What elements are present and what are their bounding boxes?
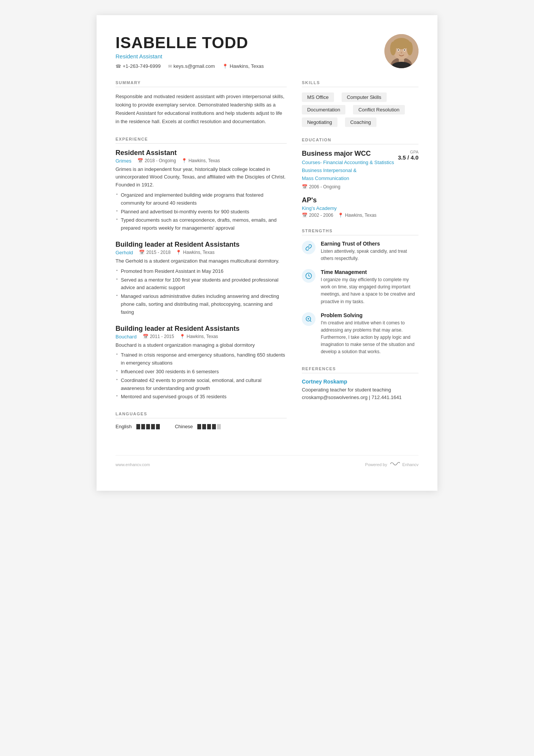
strength-title-1: Time Management: [321, 269, 418, 275]
bullet-item: Managed various administrative duties in…: [116, 293, 287, 316]
location-icon-1: 📍: [176, 250, 181, 255]
footer: www.enhancv.com Powered by Enhancv: [116, 455, 418, 468]
location-text: Hawkins, Texas: [230, 63, 264, 69]
bar-4: [151, 424, 155, 429]
strength-title-2: Problem Solving: [321, 312, 418, 318]
strength-icon-1: [302, 269, 315, 283]
location-icon: 📍: [222, 64, 228, 69]
exp-item-2: Building leader at Resident Assistants B…: [116, 325, 287, 401]
exp-bullets-2: Trained in crisis response and emergency…: [116, 351, 287, 401]
email-text: keys.s@gmail.com: [173, 63, 215, 69]
strength-item-1: Time Management I organize my day effici…: [302, 269, 418, 305]
edu-school-1: King's Academy: [302, 205, 418, 211]
strength-item-0: Earning Trust of Others Listen attentive…: [302, 241, 418, 262]
lang-chinese: Chinese: [175, 424, 221, 429]
location-icon-edu1: 📍: [338, 213, 344, 218]
edu-item-1: AP's King's Academy 📅 2002 - 2006 📍 Hawk…: [302, 196, 418, 218]
avatar: [384, 34, 418, 68]
email-icon: ✉: [168, 64, 172, 69]
svg-point-6: [407, 42, 413, 55]
svg-point-10: [404, 49, 405, 51]
experience-section: EXPERIENCE Resident Assistant Grimes 📅 2…: [116, 137, 287, 401]
exp-item-1: Building leader at Resident Assistants G…: [116, 241, 287, 316]
skill-computer: Computer Skills: [342, 92, 387, 102]
exp-location-0: 📍 Hawkins, Texas: [181, 158, 220, 163]
skill-conflict: Conflict Resolution: [353, 105, 404, 114]
left-column: SUMMARY Responsible and motivated reside…: [116, 80, 287, 440]
bar-3: [146, 424, 150, 429]
powered-by-text: Powered by: [365, 462, 387, 467]
bullet-item: Promoted from Resident Assistant in May …: [116, 268, 287, 275]
strength-title-0: Earning Trust of Others: [321, 241, 418, 247]
calendar-icon-2: 📅: [143, 334, 148, 339]
phone-icon: ☎: [116, 64, 121, 69]
strength-desc-2: I'm creative and intuitive when it comes…: [321, 319, 418, 356]
candidate-title: Resident Assistant: [116, 53, 264, 59]
strength-icon-0: [302, 241, 315, 254]
exp-job-title-1: Building leader at Resident Assistants: [116, 241, 287, 249]
right-column: SKILLS MS Office Computer Skills Documen…: [302, 80, 418, 440]
exp-job-title-2: Building leader at Resident Assistants: [116, 325, 287, 333]
footer-website: www.enhancv.com: [116, 462, 150, 467]
bar-2: [141, 424, 145, 429]
bullet-item: Typed documents such as correspondence, …: [116, 216, 287, 232]
exp-job-title-0: Resident Assistant: [116, 149, 287, 157]
header-left: ISABELLE TODD Resident Assistant ☎ +1-26…: [116, 34, 264, 69]
skills-section: SKILLS MS Office Computer Skills Documen…: [302, 80, 418, 127]
edu-gpa-row: Business major WCC Courses- Financial Ac…: [302, 150, 418, 184]
phone-text: +1-263-749-6999: [123, 63, 161, 69]
skills-grid: MS Office Computer Skills Documentation …: [302, 92, 418, 127]
exp-company-0: Grimes: [116, 158, 131, 164]
footer-brand: Powered by Enhancv: [365, 461, 418, 468]
brand-logo: [389, 461, 400, 468]
location-icon-2: 📍: [180, 334, 185, 339]
strengths-section: STRENGTHS Earning Trust of Others Listen…: [302, 229, 418, 356]
ref-name-0: Cortney Roskamp: [302, 379, 418, 385]
exp-item-0: Resident Assistant Grimes 📅 2018 - Ongoi…: [116, 149, 287, 232]
bar-2: [202, 424, 206, 429]
edu-courses-0: Courses- Financial Accounting & Statisti…: [302, 159, 394, 182]
svg-point-5: [390, 42, 396, 55]
education-heading: EDUCATION: [302, 138, 418, 144]
languages-row: English Chinese: [116, 424, 287, 429]
strength-content-1: Time Management I organize my day effici…: [321, 269, 418, 305]
lang-english-label: English: [116, 424, 132, 429]
exp-bullets-0: Organized and implemented building wide …: [116, 191, 287, 232]
phone-item: ☎ +1-263-749-6999: [116, 63, 161, 69]
calendar-icon-1: 📅: [139, 250, 145, 255]
edu-left: Business major WCC Courses- Financial Ac…: [302, 150, 394, 184]
calendar-icon-edu0: 📅: [302, 184, 308, 189]
summary-heading: SUMMARY: [116, 80, 287, 87]
languages-section: LANGUAGES English Chinese: [116, 412, 287, 429]
exp-desc-0: Grimes is an independent four year, hist…: [116, 166, 287, 189]
bar-4: [212, 424, 216, 429]
edu-meta-1: 📅 2002 - 2006 📍 Hawkins, Texas: [302, 213, 418, 218]
lang-english: English: [116, 424, 160, 429]
education-section: EDUCATION Business major WCC Courses- Fi…: [302, 138, 418, 218]
strength-icon-2: [302, 312, 315, 326]
skill-documentation: Documentation: [302, 105, 345, 114]
strength-desc-1: I organize my day efficiently to complet…: [321, 276, 418, 305]
strength-desc-0: Listen attentively, speak candidly, and …: [321, 248, 418, 262]
references-heading: REFERENCES: [302, 366, 418, 373]
bullet-item: Trained in crisis response and emergency…: [116, 351, 287, 367]
location-item: 📍 Hawkins, Texas: [222, 63, 264, 69]
strength-content-2: Problem Solving I'm creative and intuiti…: [321, 312, 418, 356]
ref-desc-0: Cooperating teacher for student teaching…: [302, 386, 418, 402]
edu-degree-1: AP's: [302, 196, 418, 204]
skill-coaching: Coaching: [345, 117, 376, 127]
languages-heading: LANGUAGES: [116, 412, 287, 418]
bar-1: [136, 424, 140, 429]
bullet-item: Mentored and supervised groups of 35 res…: [116, 393, 287, 401]
exp-company-1: Gerhold: [116, 250, 133, 255]
exp-desc-1: The Gerhold is a student organization th…: [116, 257, 287, 265]
email-item: ✉ keys.s@gmail.com: [168, 63, 215, 69]
brand-name: Enhancv: [402, 462, 418, 467]
skill-ms-office: MS Office: [302, 92, 334, 102]
edu-gpa-label: GPA: [398, 150, 418, 154]
lang-english-bars: [136, 424, 160, 429]
calendar-icon-0: 📅: [137, 158, 143, 163]
edu-gpa-value: 3.5 / 4.0: [398, 154, 418, 161]
bullet-item: Coordinated 42 events to promote social,…: [116, 377, 287, 393]
bullet-item: Organized and implemented building wide …: [116, 191, 287, 207]
